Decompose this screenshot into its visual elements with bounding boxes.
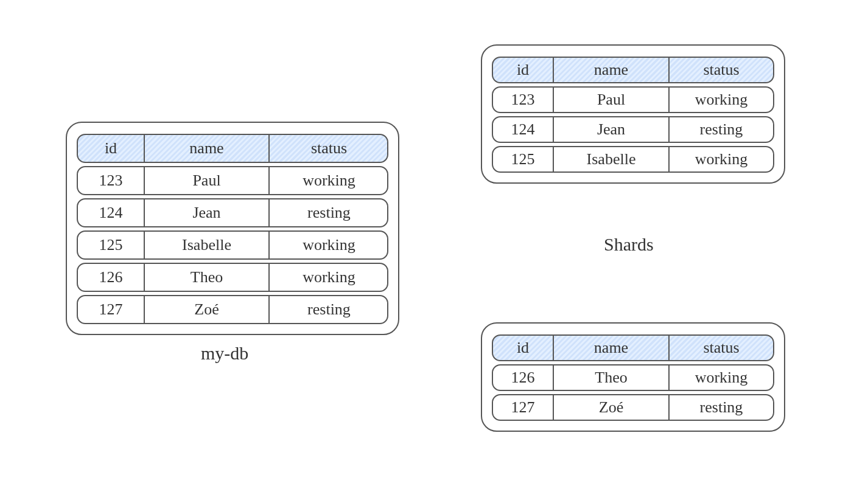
table-header-row: id name status: [492, 57, 774, 83]
cell-status: working: [270, 167, 388, 194]
col-header-id: id: [493, 58, 554, 82]
cell-id: 123: [493, 88, 554, 112]
cell-id: 124: [493, 117, 554, 142]
table-row: 127 Zoé resting: [492, 394, 774, 421]
cell-name: Paul: [554, 88, 670, 112]
cell-status: resting: [270, 296, 388, 323]
cell-name: Jean: [145, 199, 270, 226]
cell-name: Theo: [554, 365, 670, 390]
col-header-id: id: [493, 336, 554, 360]
cell-id: 124: [78, 199, 145, 226]
table-row: 125 Isabelle working: [492, 146, 774, 173]
table-row: 124 Jean resting: [77, 198, 388, 227]
cell-id: 123: [78, 167, 145, 194]
cell-status: resting: [670, 117, 773, 142]
cell-status: working: [670, 88, 773, 112]
cell-name: Paul: [145, 167, 270, 194]
cell-status: working: [270, 264, 388, 291]
cell-id: 126: [78, 264, 145, 291]
cell-id: 126: [493, 365, 554, 390]
cell-status: working: [270, 232, 388, 258]
cell-name: Zoé: [554, 395, 670, 420]
col-header-name: name: [145, 135, 270, 162]
cell-status: working: [670, 147, 773, 171]
col-header-id: id: [78, 135, 145, 162]
table-row: 126 Theo working: [492, 364, 774, 391]
cell-name: Isabelle: [145, 232, 270, 258]
cell-name: Zoé: [145, 296, 270, 323]
col-header-status: status: [670, 336, 773, 360]
table-row: 127 Zoé resting: [77, 295, 388, 324]
table-row: 123 Paul working: [77, 166, 388, 195]
cell-name: Isabelle: [554, 147, 670, 171]
cell-status: resting: [670, 395, 773, 420]
cell-name: Jean: [554, 117, 670, 142]
shard-1-table: id name status 123 Paul working 124 Jean…: [481, 44, 785, 184]
cell-name: Theo: [145, 264, 270, 291]
table-row: 126 Theo working: [77, 263, 388, 292]
col-header-status: status: [670, 58, 773, 82]
cell-id: 125: [78, 232, 145, 258]
cell-id: 127: [493, 395, 554, 420]
table-row: 123 Paul working: [492, 86, 774, 113]
shards-caption: Shards: [604, 234, 654, 255]
cell-status: working: [670, 365, 773, 390]
cell-id: 125: [493, 147, 554, 171]
main-db-table: id name status 123 Paul working 124 Jean…: [66, 122, 399, 335]
shard-2-table: id name status 126 Theo working 127 Zoé …: [481, 322, 785, 432]
table-header-row: id name status: [492, 334, 774, 361]
col-header-name: name: [554, 58, 670, 82]
table-row: 125 Isabelle working: [77, 230, 388, 260]
table-header-row: id name status: [77, 134, 388, 163]
col-header-name: name: [554, 336, 670, 360]
cell-status: resting: [270, 199, 388, 226]
main-db-caption: my-db: [201, 343, 248, 364]
table-row: 124 Jean resting: [492, 116, 774, 143]
col-header-status: status: [270, 135, 388, 162]
cell-id: 127: [78, 296, 145, 323]
